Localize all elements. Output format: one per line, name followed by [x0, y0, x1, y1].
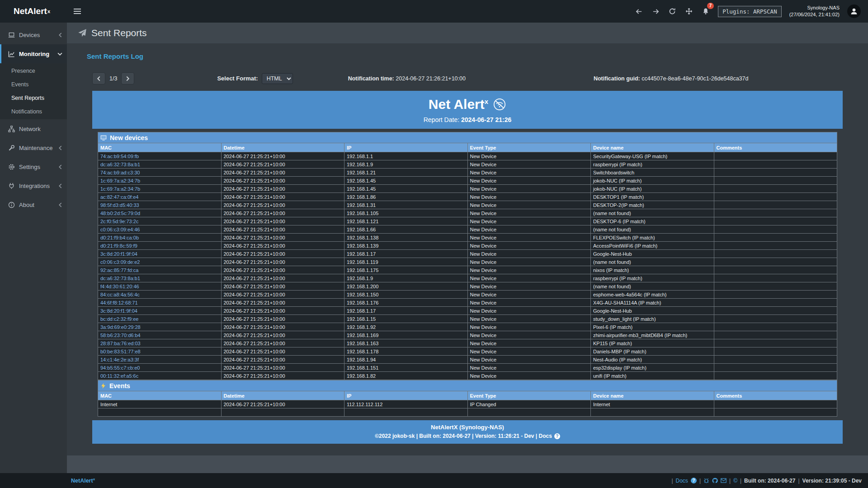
sidebar-item-integrations[interactable]: Integrations: [0, 176, 67, 195]
table-cell: [714, 225, 837, 234]
plugins-status-button[interactable]: Plugins: ARPSCAN: [718, 6, 781, 17]
sidebar-item-devices[interactable]: Devices: [0, 25, 67, 44]
table-cell: 2024-06-27 21:25:21+10:00: [221, 193, 344, 201]
column-header: Device name: [591, 143, 714, 152]
mac-link[interactable]: 74:ac:b9:54:09:fb: [98, 152, 222, 160]
notification-time: Notification time: 2024-06-27 21:26:21+1…: [348, 75, 466, 82]
footer-docs-link[interactable]: Docs: [676, 478, 688, 484]
mac-link[interactable]: 1c:69:7a:a2:34:7b: [98, 177, 222, 185]
mac-link[interactable]: b0:be:83:51:77:e8: [98, 347, 222, 356]
column-header: MAC: [98, 391, 222, 400]
mac-link[interactable]: ac:82:47:ca:0f:e4: [98, 193, 222, 201]
mac-link[interactable]: bc:dd:c2:32:f9:ee: [98, 315, 222, 323]
host-name: Synology-NAS: [789, 5, 840, 11]
user-avatar[interactable]: [847, 5, 861, 18]
sidebar-item-maintenance[interactable]: Maintenance: [0, 138, 67, 157]
mac-link[interactable]: 14:c1:4e:2e:a3:3f: [98, 356, 222, 364]
mac-link[interactable]: 44:6f:f8:12:68:71: [98, 299, 222, 307]
table-cell: 192.168.1.17: [344, 250, 468, 258]
mac-link[interactable]: 48:b0:2d:5c:79:0d: [98, 209, 222, 217]
mac-link[interactable]: dc:a6:32:73:8a:b1: [98, 160, 222, 169]
table-cell: New Device: [467, 209, 591, 217]
mac-link[interactable]: c0:06:c3:09:e4:46: [98, 225, 222, 234]
table-row: 84:cc:a8:4a:56:4c2024-06-27 21:25:21+10:…: [98, 291, 837, 299]
table-cell: New Device: [467, 242, 591, 250]
report-title-text: Net Alert: [429, 97, 485, 112]
mac-link[interactable]: 94:b5:55:c7:cb:e0: [98, 364, 222, 372]
table-cell: [714, 185, 837, 193]
table-cell: New Device: [467, 339, 591, 347]
sidebar-item-network[interactable]: Network: [0, 119, 67, 138]
table-row: 1c:69:7a:a2:34:7b2024-06-27 21:25:21+10:…: [98, 185, 837, 193]
table-cell: 2024-06-27 21:25:21+10:00: [221, 400, 344, 408]
mac-link[interactable]: f4:4d:30:61:20:46: [98, 282, 222, 291]
table-cell: [98, 408, 222, 417]
table-cell: 2024-06-27 21:25:21+10:00: [221, 356, 344, 364]
separator: |: [671, 478, 673, 484]
mac-link[interactable]: 98:5f:d3:d5:40:33: [98, 201, 222, 209]
table-cell: 192.168.1.151: [344, 364, 468, 372]
column-header: IP: [344, 391, 468, 400]
mac-link[interactable]: 3c:8d:20:f1:9f:04: [98, 307, 222, 315]
mail-icon[interactable]: [721, 478, 726, 483]
sidebar-item-settings[interactable]: Settings: [0, 157, 67, 176]
column-header: IP: [344, 143, 468, 152]
table-cell: 192.168.1.31: [344, 201, 468, 209]
brand-link[interactable]: NetAlertx: [0, 0, 67, 23]
docs-help-icon[interactable]: [691, 478, 697, 483]
sidebar-item-monitoring[interactable]: Monitoring: [0, 44, 67, 63]
mac-link[interactable]: d0:21:f9:b4:ca:0b: [98, 234, 222, 242]
github-icon[interactable]: [712, 478, 718, 483]
table-cell: New Device: [467, 266, 591, 274]
mac-link[interactable]: 84:cc:a8:4a:56:4c: [98, 291, 222, 299]
bug-report-icon[interactable]: [703, 478, 709, 483]
sidebar-toggle-button[interactable]: [67, 0, 88, 23]
copyright-link[interactable]: ©: [733, 478, 737, 484]
mac-link[interactable]: 3c:8d:20:f1:9f:04: [98, 250, 222, 258]
mac-link[interactable]: 00:11:32:ef:a5:6c: [98, 372, 222, 380]
table-row: 74:ac:b9:54:09:fb2024-06-27 21:25:21+10:…: [98, 152, 837, 160]
select-format-label: Select Format:: [217, 75, 258, 82]
mac-link[interactable]: 92:ac:85:77:fd:ca: [98, 266, 222, 274]
sidebar-item-notifications[interactable]: Notifications: [0, 105, 67, 118]
table-row: 00:11:32:ef:a5:6c2024-06-27 21:25:21+10:…: [98, 372, 837, 380]
next-page-button[interactable]: [121, 72, 134, 84]
mac-link[interactable]: 3a:9d:69:e0:29:28: [98, 323, 222, 331]
report-footer-meta: ©2022 jokob-sk | Built on: 2024-06-27 | …: [92, 433, 843, 439]
sent-reports-log-link[interactable]: Sent Reports Log: [87, 52, 143, 60]
mac-link[interactable]: d0:21:f9:8c:59:f9: [98, 242, 222, 250]
prev-page-button[interactable]: [92, 72, 105, 84]
sidebar-item-about[interactable]: About: [0, 195, 67, 214]
table-cell: New Device: [467, 282, 591, 291]
mac-link[interactable]: 2c:f0:5d:9e:73:2c: [98, 217, 222, 225]
sidebar-item-events[interactable]: Events: [0, 78, 67, 91]
table-cell: 2024-06-27 21:25:21+10:00: [221, 307, 344, 315]
sidebar-item-sent-reports[interactable]: Sent Reports: [0, 91, 67, 105]
docs-help-icon[interactable]: [554, 433, 560, 439]
table-cell: New Device: [467, 225, 591, 234]
footer-brand-link[interactable]: NetAlertx: [71, 477, 95, 484]
mac-link[interactable]: 74:ac:b9:ad:c3:30: [98, 169, 222, 177]
mac-link[interactable]: c0:06:c3:09:de:e2: [98, 258, 222, 266]
chevron-left-icon: [58, 145, 62, 150]
nav-refresh-button[interactable]: [668, 7, 677, 16]
sidebar-item-presence[interactable]: Presence: [0, 64, 67, 78]
table-cell: New Device: [467, 356, 591, 364]
nav-forward-button[interactable]: [651, 7, 660, 16]
nav-back-button[interactable]: [634, 7, 643, 16]
chevron-left-icon: [97, 76, 101, 81]
table-cell: [714, 408, 837, 417]
mac-link[interactable]: 28:87:ba:76:ed:03: [98, 339, 222, 347]
mac-link[interactable]: 1c:69:7a:a2:34:7b: [98, 185, 222, 193]
notifications-bell-button[interactable]: 7: [701, 7, 710, 16]
table-cell: [714, 315, 837, 323]
mac-link[interactable]: dc:a6:32:73:8a:b1: [98, 274, 222, 282]
format-select[interactable]: HTML: [262, 73, 293, 84]
column-header: Datetime: [221, 143, 344, 152]
arrow-left-icon: [635, 8, 643, 15]
mac-link[interactable]: 58:b6:23:70:d6:b4: [98, 331, 222, 339]
separator: |: [699, 478, 701, 484]
chevron-left-icon: [58, 202, 62, 207]
table-cell: New Device: [467, 347, 591, 356]
nav-move-button[interactable]: [684, 7, 693, 16]
